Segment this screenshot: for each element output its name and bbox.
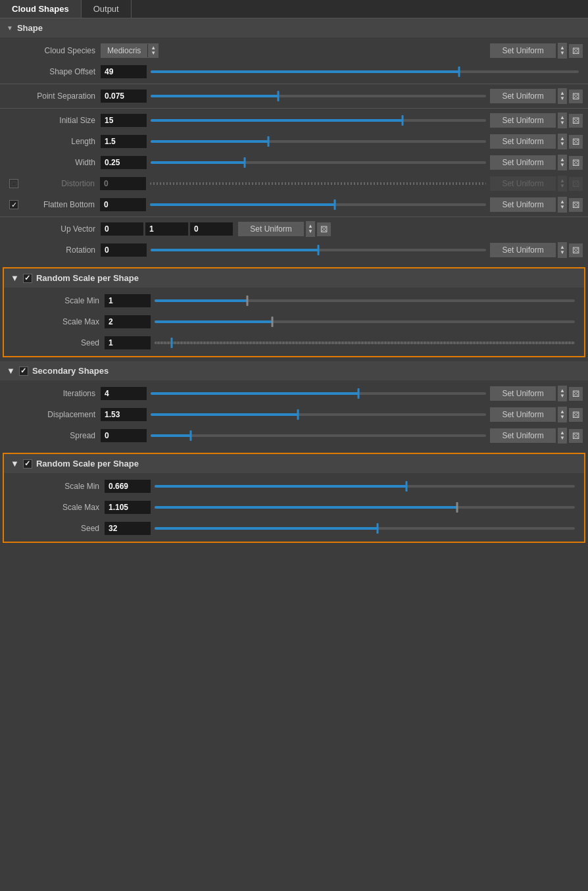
width-set-uniform-btn[interactable]: Set Uniform: [490, 155, 556, 170]
iterations-slider[interactable]: [151, 387, 486, 400]
spread-arrow-select[interactable]: ▲ ▼: [558, 428, 567, 444]
flatten-bottom-checkbox-cell[interactable]: ✓: [5, 200, 22, 209]
width-dice-btn[interactable]: ⚄: [569, 156, 583, 170]
spread-set-uniform-btn[interactable]: Set Uniform: [490, 428, 556, 443]
point-separation-value[interactable]: 0.075: [101, 89, 147, 103]
seed-1-row: Seed 1: [4, 332, 584, 353]
flatten-bottom-set-uniform-btn[interactable]: Set Uniform: [490, 197, 556, 212]
flatten-bottom-slider[interactable]: [150, 198, 486, 211]
cloud-species-arrow[interactable]: ▲ ▼: [147, 44, 159, 57]
random-scale-2-body: Scale Min 0.669 Scale Max 1.105 Seed: [4, 473, 584, 542]
random-scale-2-header[interactable]: ▼ ✓ Random Scale per Shape: [4, 454, 584, 473]
random-scale-1-header[interactable]: ▼ ✓ Random Scale per Shape: [4, 268, 584, 288]
distortion-dice-btn[interactable]: ⚄: [569, 177, 583, 191]
seed-1-slider[interactable]: [155, 336, 575, 349]
distortion-arrow-select[interactable]: ▲ ▼: [558, 176, 567, 191]
rotation-arrow-select[interactable]: ▲ ▼: [558, 242, 567, 258]
flatten-bottom-checkbox[interactable]: ✓: [9, 200, 18, 209]
iterations-arrow-select[interactable]: ▲ ▼: [558, 386, 567, 401]
secondary-shapes-checkbox[interactable]: ✓: [19, 367, 28, 376]
seed-2-value[interactable]: 32: [105, 522, 151, 535]
scale-max-1-value[interactable]: 2: [105, 315, 151, 328]
distortion-checkbox-cell[interactable]: □: [5, 179, 22, 188]
shape-offset-value[interactable]: 49: [101, 65, 147, 78]
cloud-species-set-uniform-btn[interactable]: Set Uniform: [490, 43, 556, 58]
secondary-shapes-header[interactable]: ▼ ✓ Secondary Shapes: [0, 361, 588, 380]
rotation-value[interactable]: 0: [101, 243, 147, 257]
iterations-value[interactable]: 4: [101, 387, 147, 400]
width-value[interactable]: 0.25: [101, 156, 147, 169]
seed-1-value[interactable]: 1: [105, 336, 151, 349]
displacement-value[interactable]: 1.53: [101, 408, 147, 421]
displacement-arrow-select[interactable]: ▲ ▼: [558, 407, 567, 422]
scale-max-1-slider[interactable]: [155, 315, 575, 328]
scale-min-2-slider[interactable]: [155, 480, 575, 493]
initial-size-set-uniform-btn[interactable]: Set Uniform: [490, 113, 556, 128]
cloud-species-dropdown[interactable]: Mediocris ▲ ▼: [101, 43, 159, 58]
scale-max-2-value[interactable]: 1.105: [105, 501, 151, 514]
rotation-slider[interactable]: [151, 243, 486, 257]
point-separation-set-uniform-btn[interactable]: Set Uniform: [490, 89, 556, 103]
initial-size-dice-btn[interactable]: ⚄: [569, 114, 583, 128]
flatten-bottom-arrow-select[interactable]: ▲ ▼: [558, 197, 567, 213]
flatten-bottom-value[interactable]: 0: [100, 198, 146, 211]
up-vector-set-uniform-btn[interactable]: Set Uniform: [238, 222, 304, 236]
displacement-dice-btn[interactable]: ⚄: [569, 408, 583, 422]
distortion-checkbox[interactable]: □: [9, 179, 18, 188]
scale-max-2-slider[interactable]: [155, 501, 575, 514]
scale-min-2-value[interactable]: 0.669: [105, 480, 151, 493]
up-vector-arrow-select[interactable]: ▲ ▼: [306, 221, 315, 237]
iterations-label: Iterations: [5, 389, 101, 398]
scale-min-1-value[interactable]: 1: [105, 294, 151, 307]
initial-size-slider[interactable]: [151, 114, 486, 127]
distortion-value[interactable]: 0: [100, 177, 146, 190]
flatten-bottom-dice-btn[interactable]: ⚄: [569, 198, 583, 212]
up-vector-y[interactable]: 1: [145, 222, 188, 236]
scale-max-1-label: Scale Max: [9, 317, 105, 326]
rotation-set-uniform-btn[interactable]: Set Uniform: [490, 243, 556, 257]
cloud-species-uniform-wrap: Set Uniform ▲ ▼ ⚄: [490, 43, 583, 59]
random-scale-2-checkbox[interactable]: ✓: [23, 459, 32, 469]
length-slider[interactable]: [151, 135, 486, 148]
seed-2-slider[interactable]: [155, 522, 575, 535]
point-separation-slider[interactable]: [151, 89, 486, 103]
spread-dice-btn[interactable]: ⚄: [569, 429, 583, 443]
random-scale-1-checkbox[interactable]: ✓: [23, 274, 32, 283]
shape-offset-slider[interactable]: [151, 65, 579, 78]
length-value[interactable]: 1.5: [101, 135, 147, 148]
spread-slider[interactable]: [151, 429, 486, 442]
shape-section-body: Cloud Species Mediocris ▲ ▼ Set Uniform …: [0, 38, 588, 263]
length-dice-btn[interactable]: ⚄: [569, 135, 583, 149]
initial-size-uniform-wrap: Set Uniform ▲ ▼ ⚄: [490, 113, 583, 128]
length-label: Length: [5, 137, 101, 146]
displacement-set-uniform-btn[interactable]: Set Uniform: [490, 407, 556, 422]
iterations-dice-btn[interactable]: ⚄: [569, 387, 583, 401]
length-arrow-select[interactable]: ▲ ▼: [558, 134, 567, 149]
displacement-slider[interactable]: [151, 408, 486, 421]
cloud-species-arrow-select[interactable]: ▲ ▼: [558, 43, 567, 59]
scale-min-1-slider[interactable]: [155, 294, 575, 307]
iterations-set-uniform-btn[interactable]: Set Uniform: [490, 386, 556, 401]
tab-cloud-shapes[interactable]: Cloud Shapes: [0, 0, 82, 18]
rotation-dice-btn[interactable]: ⚄: [569, 243, 583, 257]
spread-value[interactable]: 0: [101, 429, 147, 442]
length-set-uniform-btn[interactable]: Set Uniform: [490, 134, 556, 149]
up-vector-z[interactable]: 0: [190, 222, 233, 236]
flatten-bottom-row: ✓ Flatten Bottom 0 Set Uniform ▲ ▼ ⚄: [0, 194, 588, 215]
point-separation-dice-btn[interactable]: ⚄: [569, 89, 583, 103]
point-separation-arrow-select[interactable]: ▲ ▼: [558, 88, 567, 104]
distortion-set-uniform-btn[interactable]: Set Uniform: [490, 176, 556, 191]
flatten-bottom-uniform-wrap: Set Uniform ▲ ▼ ⚄: [490, 197, 583, 213]
width-slider[interactable]: [151, 156, 486, 169]
initial-size-arrow-select[interactable]: ▲ ▼: [558, 113, 567, 128]
shape-section-header[interactable]: ▼ Shape: [0, 18, 588, 38]
up-vector-dice-btn[interactable]: ⚄: [317, 222, 331, 236]
tab-output[interactable]: Output: [82, 0, 132, 18]
tab-bar: Cloud Shapes Output: [0, 0, 588, 18]
initial-size-label: Initial Size: [5, 116, 101, 125]
initial-size-value[interactable]: 15: [101, 114, 147, 127]
cloud-species-dice-btn[interactable]: ⚄: [569, 44, 583, 58]
width-arrow-select[interactable]: ▲ ▼: [558, 155, 567, 170]
rotation-row: Rotation 0 Set Uniform ▲ ▼ ⚄: [0, 240, 588, 261]
up-vector-x[interactable]: 0: [101, 222, 143, 236]
